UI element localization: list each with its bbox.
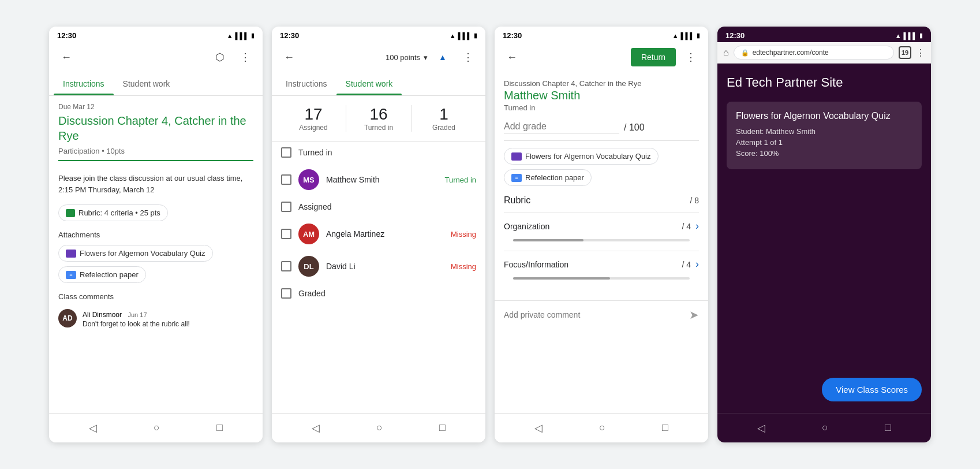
points-selector[interactable]: 100 points ▾	[386, 53, 428, 62]
more-btn-1[interactable]: ⋮	[235, 47, 256, 68]
quiz-attempt-label-4: Attempt 1 of 1	[736, 138, 912, 147]
due-date-1: Due Mar 12	[58, 103, 253, 111]
grade-row-3: / 100	[504, 119, 699, 141]
app-bar-1: ← ⬡ ⋮	[49, 42, 263, 72]
attachment-chip-1[interactable]: Flowers for Algernon Vocabulary Quiz	[58, 245, 213, 262]
wifi-icon-4: ▲	[895, 32, 902, 39]
quiz-icon-1	[66, 250, 76, 258]
checkbox-angela[interactable]	[281, 229, 291, 239]
nav-home-3[interactable]: ○	[592, 419, 612, 437]
private-comment-input-3[interactable]	[504, 310, 684, 319]
nav-square-2[interactable]: □	[432, 419, 452, 437]
more-icon-4[interactable]: ⋮	[916, 47, 925, 58]
class-comments-label-1: Class comments	[49, 285, 263, 304]
avatar-matthew: MS	[298, 169, 319, 190]
view-scores-btn-4[interactable]: View Class Scores	[822, 378, 922, 401]
back-btn-1[interactable]: ←	[56, 47, 77, 68]
quiz-score-label-4: Score: 100%	[736, 149, 912, 158]
checkbox-matthew[interactable]	[281, 174, 291, 185]
return-btn-3[interactable]: Return	[631, 48, 676, 66]
nav-square-1[interactable]: □	[210, 419, 230, 437]
tab-instructions-1[interactable]: Instructions	[54, 72, 114, 95]
share-btn-1[interactable]: ⬡	[210, 47, 230, 68]
more-btn-2[interactable]: ⋮	[458, 47, 478, 68]
checkbox-section-turned-in[interactable]	[281, 147, 291, 158]
drive-btn-2[interactable]: ▲	[432, 47, 453, 68]
section-header-assigned: Assigned	[272, 196, 485, 218]
comment-content-1: Ali Dinsmoor Jun 17 Don't forget to look…	[83, 309, 190, 329]
screens-container: 12:30 ▲ ▌▌▌ ▮ ← ⬡ ⋮ Instructions Student…	[49, 27, 931, 442]
send-icon-3[interactable]: ➤	[689, 308, 699, 322]
screen-content-2: 17 Assigned 16 Turned in 1 Graded Turned…	[272, 96, 485, 413]
rubric-row-focus[interactable]: Focus/Information / 4 ›	[504, 251, 699, 277]
doc-icon-1: ≡	[66, 271, 76, 279]
quiz-card-4: Flowers for Algernon Vocabulary Quiz Stu…	[727, 102, 922, 169]
back-btn-3[interactable]: ←	[502, 47, 522, 68]
nav-back-1[interactable]: ◁	[82, 419, 104, 437]
assignment-context-3: Discussion Chapter 4, Catcher in the Rye	[504, 79, 699, 88]
student-row-matthew[interactable]: MS Matthew Smith Turned in	[272, 163, 485, 196]
browser-bar-4: ⌂ 🔒 edtechpartner.com/conte 19 ⋮	[717, 42, 931, 64]
comment-item-1: AD Ali Dinsmoor Jun 17 Don't forget to l…	[49, 304, 263, 334]
tab-instructions-2[interactable]: Instructions	[276, 72, 336, 95]
assignment-desc-1: Please join the class discussion at our …	[49, 173, 263, 202]
nav-home-2[interactable]: ○	[369, 419, 390, 437]
assignment-header-1: Due Mar 12 Discussion Chapter 4, Catcher…	[49, 96, 263, 173]
signal-icon-4: ▌▌▌	[904, 32, 917, 39]
screen-2-student-work: 12:30 ▲ ▌▌▌ ▮ ← 100 points ▾ ▲ ⋮ Instruc…	[272, 27, 485, 442]
attachment-chip-3[interactable]: Flowers for Algernon Vocabulary Quiz	[504, 148, 659, 165]
stat-assigned-label: Assigned	[281, 124, 346, 132]
private-comment-section-3: ➤	[495, 300, 708, 329]
status-icons-3: ▲ ▌▌▌ ▮	[672, 32, 700, 39]
quiz-icon-3	[511, 152, 522, 161]
app-bar-2: ← 100 points ▾ ▲ ⋮	[272, 42, 485, 72]
checkbox-david[interactable]	[281, 261, 291, 271]
green-divider-1	[58, 160, 253, 161]
stat-assigned: 17 Assigned	[281, 105, 346, 132]
section-header-turned-in: Turned in	[272, 142, 485, 163]
screen-3-student-detail: 12:30 ▲ ▌▌▌ ▮ ← Return ⋮ Discussion Chap…	[495, 27, 708, 442]
screen-4-browser: 12:30 ▲ ▌▌▌ ▮ ⌂ 🔒 edtechpartner.com/cont…	[717, 27, 931, 442]
status-time-2: 12:30	[280, 31, 299, 40]
status-bar-1: 12:30 ▲ ▌▌▌ ▮	[49, 27, 263, 42]
screen-content-1: Due Mar 12 Discussion Chapter 4, Catcher…	[49, 96, 263, 413]
attachment-chip-2[interactable]: ≡ Refelection paper	[58, 266, 146, 283]
stat-graded-label: Graded	[412, 124, 476, 132]
app-bar-3: ← Return ⋮	[495, 42, 708, 72]
rubric-bar-organization	[504, 239, 699, 251]
checkbox-section-graded[interactable]	[281, 288, 291, 299]
nav-back-3[interactable]: ◁	[528, 419, 549, 437]
screen-content-3: Discussion Chapter 4, Catcher in the Rye…	[495, 72, 708, 413]
stat-turned-in-num: 16	[346, 105, 411, 124]
student-detail-header-3: Discussion Chapter 4, Catcher in the Rye…	[495, 72, 708, 146]
nav-home-1[interactable]: ○	[147, 419, 167, 437]
more-btn-3[interactable]: ⋮	[680, 47, 701, 68]
avatar-angela: AM	[298, 224, 319, 244]
nav-bar-1: ◁ ○ □	[49, 413, 263, 442]
student-row-david[interactable]: DL David Li Missing	[272, 250, 485, 282]
assignment-title-1: Discussion Chapter 4, Catcher in the Rye	[58, 113, 253, 143]
nav-back-4[interactable]: ◁	[750, 419, 772, 437]
doc-icon-3: ≡	[511, 174, 522, 182]
attachment-chip-4[interactable]: ≡ Refelection paper	[504, 169, 592, 186]
nav-back-2[interactable]: ◁	[305, 419, 327, 437]
grade-input-3[interactable]	[504, 121, 619, 133]
student-row-angela[interactable]: AM Angela Martinez Missing	[272, 218, 485, 250]
nav-square-4[interactable]: □	[878, 419, 898, 437]
nav-square-3[interactable]: □	[655, 419, 675, 437]
tab-student-work-1[interactable]: Student work	[114, 72, 179, 95]
student-status-3: Turned in	[504, 103, 699, 112]
battery-icon-1: ▮	[251, 32, 255, 39]
rubric-chip-1[interactable]: Rubric: 4 criteria • 25 pts	[58, 204, 168, 221]
url-bar-4[interactable]: 🔒 edtechpartner.com/conte	[734, 46, 894, 59]
tab-count-4[interactable]: 19	[899, 46, 911, 59]
rubric-section-3: Rubric / 8 Organization / 4 › Focus/Info…	[495, 188, 708, 296]
tab-student-work-2[interactable]: Student work	[336, 72, 402, 95]
back-btn-2[interactable]: ←	[279, 47, 300, 68]
tab-bar-2: Instructions Student work	[272, 72, 485, 96]
checkbox-section-assigned[interactable]	[281, 202, 291, 212]
rubric-row-organization[interactable]: Organization / 4 ›	[504, 213, 699, 239]
home-icon-4[interactable]: ⌂	[723, 47, 729, 58]
nav-home-4[interactable]: ○	[815, 419, 835, 437]
site-title-4: Ed Tech Partner Site	[727, 75, 922, 90]
